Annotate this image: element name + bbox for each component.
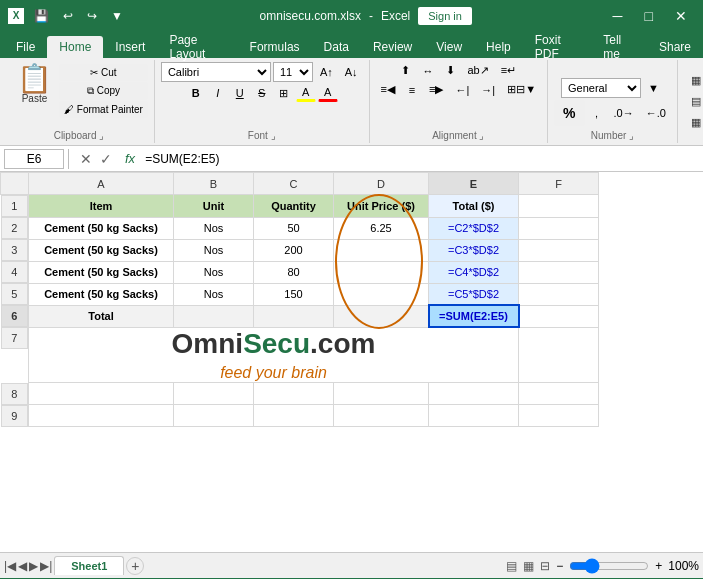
minimize-btn[interactable]: ─ — [605, 8, 631, 24]
col-header-d[interactable]: D — [334, 173, 429, 195]
formula-input[interactable] — [141, 152, 699, 166]
bold-button[interactable]: B — [186, 85, 206, 101]
add-sheet-button[interactable]: + — [126, 557, 144, 575]
align-right-btn[interactable]: ≡▶ — [424, 81, 448, 98]
col-header-e[interactable]: E — [429, 173, 519, 195]
tab-tellme[interactable]: Tell me — [591, 36, 647, 58]
save-quick-btn[interactable]: 💾 — [30, 7, 53, 25]
italic-button[interactable]: I — [208, 85, 228, 101]
cell-d9[interactable] — [334, 405, 429, 427]
decrease-font-btn[interactable]: A↓ — [340, 64, 363, 80]
cell-e2[interactable]: =C2*$D$2 — [429, 217, 519, 239]
copy-button[interactable]: ⧉ Copy — [59, 82, 148, 100]
sheet-tab-sheet1[interactable]: Sheet1 — [54, 556, 124, 575]
signin-button[interactable]: Sign in — [418, 7, 472, 25]
cell-c6[interactable] — [254, 305, 334, 327]
cell-c9[interactable] — [254, 405, 334, 427]
prev-sheet-btn[interactable]: ◀ — [18, 559, 27, 573]
undo-btn[interactable]: ↩ — [59, 7, 77, 25]
format-painter-button[interactable]: 🖌 Format Painter — [59, 101, 148, 118]
cell-d5[interactable] — [334, 283, 429, 305]
view-page-layout-btn[interactable]: ▦ — [523, 559, 534, 573]
cancel-formula-btn[interactable]: ✕ — [77, 151, 95, 167]
cell-c3[interactable]: 200 — [254, 239, 334, 261]
cell-f5[interactable] — [519, 283, 599, 305]
paste-button[interactable]: 📋 Paste — [10, 62, 59, 107]
view-page-break-btn[interactable]: ⊟ — [540, 559, 550, 573]
decrease-decimal-btn[interactable]: ←.0 — [641, 105, 671, 121]
increase-decimal-btn[interactable]: .0→ — [609, 105, 639, 121]
tab-data[interactable]: Data — [312, 36, 361, 58]
number-format-select[interactable]: General — [561, 78, 641, 98]
align-top-btn[interactable]: ⬆ — [396, 62, 416, 79]
align-middle-btn[interactable]: ↔ — [418, 63, 439, 79]
cell-a8[interactable] — [29, 383, 174, 405]
last-sheet-btn[interactable]: ▶| — [40, 559, 52, 573]
cell-reference-input[interactable] — [4, 149, 64, 169]
conditional-formatting-button[interactable]: ▦ Conditional Formatting ▼ — [684, 71, 703, 90]
cell-b1[interactable]: Unit — [174, 195, 254, 218]
strikethrough-button[interactable]: S — [252, 85, 272, 101]
cell-a6[interactable]: Total — [29, 305, 174, 327]
cell-f7[interactable] — [519, 327, 599, 383]
wrap-text-btn[interactable]: ≡↵ — [496, 62, 521, 79]
align-left-btn[interactable]: ≡◀ — [376, 81, 400, 98]
redo-btn[interactable]: ↪ — [83, 7, 101, 25]
cell-a5[interactable]: Cement (50 kg Sacks) — [29, 283, 174, 305]
cell-d3[interactable] — [334, 239, 429, 261]
zoom-plus-btn[interactable]: + — [655, 559, 662, 573]
cell-f2[interactable] — [519, 217, 599, 239]
increase-font-btn[interactable]: A↑ — [315, 64, 338, 80]
zoom-slider[interactable] — [569, 558, 649, 574]
col-header-f[interactable]: F — [519, 173, 599, 195]
comma-btn[interactable]: , — [587, 105, 607, 121]
cell-a2[interactable]: Cement (50 kg Sacks) — [29, 217, 174, 239]
cell-c4[interactable]: 80 — [254, 261, 334, 283]
cell-d8[interactable] — [334, 383, 429, 405]
cell-c2[interactable]: 50 — [254, 217, 334, 239]
number-dropdown-btn[interactable]: ▼ — [643, 80, 664, 96]
cell-e8[interactable] — [429, 383, 519, 405]
tab-review[interactable]: Review — [361, 36, 424, 58]
format-as-table-button[interactable]: ▤ Format as Table ▼ — [684, 92, 703, 111]
percent-button[interactable]: % — [554, 100, 584, 126]
tab-home[interactable]: Home — [47, 36, 103, 58]
close-btn[interactable]: ✕ — [667, 8, 695, 24]
tab-page-layout[interactable]: Page Layout — [157, 36, 237, 58]
align-bottom-btn[interactable]: ⬇ — [441, 62, 461, 79]
cut-button[interactable]: ✂ Cut — [59, 64, 148, 81]
cell-a1[interactable]: Item — [29, 195, 174, 218]
font-color-button[interactable]: A — [318, 84, 338, 102]
fill-color-button[interactable]: A — [296, 84, 316, 102]
cell-e9[interactable] — [429, 405, 519, 427]
cell-e3[interactable]: =C3*$D$2 — [429, 239, 519, 261]
cell-b8[interactable] — [174, 383, 254, 405]
tab-help[interactable]: Help — [474, 36, 523, 58]
cell-styles-button[interactable]: ▦ Cell Styles ▼ — [684, 113, 703, 132]
cell-a3[interactable]: Cement (50 kg Sacks) — [29, 239, 174, 261]
col-header-a[interactable]: A — [29, 173, 174, 195]
cell-d4[interactable] — [334, 261, 429, 283]
cell-e1[interactable]: Total ($) — [429, 195, 519, 218]
font-size-select[interactable]: 11 — [273, 62, 313, 82]
cell-f8[interactable] — [519, 383, 599, 405]
border-button[interactable]: ⊞ — [274, 85, 294, 102]
tab-insert[interactable]: Insert — [103, 36, 157, 58]
cell-d2[interactable]: 6.25 — [334, 217, 429, 239]
cell-f9[interactable] — [519, 405, 599, 427]
cell-d6[interactable] — [334, 305, 429, 327]
cell-f3[interactable] — [519, 239, 599, 261]
cell-e6[interactable]: =SUM(E2:E5) — [429, 305, 519, 327]
zoom-minus-btn[interactable]: − — [556, 559, 563, 573]
cell-c1[interactable]: Quantity — [254, 195, 334, 218]
cell-d1[interactable]: Unit Price ($) — [334, 195, 429, 218]
cell-c5[interactable]: 150 — [254, 283, 334, 305]
cell-b3[interactable]: Nos — [174, 239, 254, 261]
cell-e5[interactable]: =C5*$D$2 — [429, 283, 519, 305]
cell-b5[interactable]: Nos — [174, 283, 254, 305]
cell-a9[interactable] — [29, 405, 174, 427]
cell-f4[interactable] — [519, 261, 599, 283]
tab-formulas[interactable]: Formulas — [238, 36, 312, 58]
customize-btn[interactable]: ▼ — [107, 7, 127, 25]
underline-button[interactable]: U — [230, 85, 250, 101]
